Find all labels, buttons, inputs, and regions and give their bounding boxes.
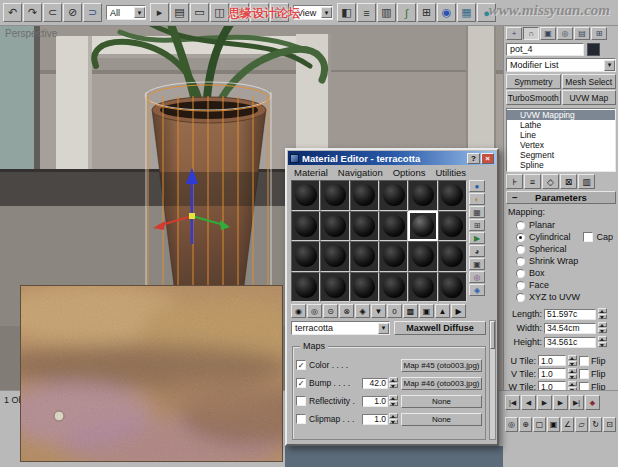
align-icon[interactable]: ≡ — [357, 3, 376, 22]
video-color-check-icon[interactable]: ▶ — [469, 232, 485, 244]
undo-icon[interactable]: ↶ — [3, 3, 22, 22]
modifier-stack-item[interactable]: Line — [507, 130, 615, 140]
mapping-radio-row[interactable]: Shrink Wrap — [506, 255, 616, 267]
selection-filter-dropdown[interactable]: All ▾ — [106, 5, 146, 20]
curve-editor-icon[interactable]: ∫ — [397, 3, 416, 22]
put-material-icon[interactable]: ◎ — [307, 304, 322, 318]
redo-icon[interactable]: ↷ — [23, 3, 42, 22]
mapping-radio-row[interactable]: Box — [506, 267, 616, 279]
map-amount-field[interactable]: 1.0 — [362, 396, 388, 407]
menu-item[interactable]: Navigation — [333, 167, 388, 178]
material-sample-slot[interactable] — [350, 241, 379, 272]
previous-frame-icon[interactable]: ◀ — [521, 395, 536, 410]
modifier-list-dropdown[interactable]: Modifier List ▾ — [506, 58, 616, 72]
chevron-down-icon[interactable]: ▾ — [134, 7, 145, 18]
material-sample-slot[interactable] — [291, 241, 320, 272]
material-sample-slot[interactable] — [379, 180, 408, 211]
chevron-down-icon[interactable]: ▾ — [378, 323, 389, 334]
chevron-down-icon[interactable]: ▾ — [321, 7, 332, 18]
tab-create[interactable]: + — [506, 27, 522, 40]
zoom-extents-all-icon[interactable]: ▣ — [547, 417, 560, 432]
arc-rotate-icon[interactable]: ↻ — [589, 417, 602, 432]
select-by-material-icon[interactable]: ◎ — [469, 271, 485, 283]
map-slot-button[interactable]: None — [401, 413, 482, 426]
material-sample-slot[interactable] — [320, 241, 349, 272]
show-end-result-icon[interactable]: ▣ — [419, 304, 434, 318]
bind-to-spacewarp-icon[interactable]: ⊃ — [83, 3, 102, 22]
object-name-field[interactable]: pot_4 — [506, 43, 584, 56]
pan-view-icon[interactable]: ▱ — [575, 417, 588, 432]
modifier-button[interactable]: UVW Map — [562, 90, 617, 105]
material-sample-slot[interactable] — [291, 180, 320, 211]
tab-motion[interactable]: ◎ — [557, 27, 573, 40]
chevron-down-icon[interactable]: ▾ — [604, 60, 615, 71]
get-material-icon[interactable]: ◉ — [291, 304, 306, 318]
mapping-radio-row[interactable]: Planar — [506, 219, 616, 231]
material-sample-slot[interactable] — [408, 180, 437, 211]
map-amount-field[interactable]: 1.0 — [362, 414, 388, 425]
reset-map-icon[interactable]: ⊗ — [339, 304, 354, 318]
tab-hierarchy[interactable]: ▣ — [540, 27, 556, 40]
radio-button[interactable] — [516, 269, 525, 278]
mapping-radio-row[interactable]: Face — [506, 279, 616, 291]
map-slot-button[interactable]: None — [401, 395, 482, 408]
scrollbar-thumb[interactable] — [490, 321, 495, 349]
mapping-radio-row[interactable]: XYZ to UVW — [506, 291, 616, 303]
modifier-button[interactable]: Symmetry — [506, 74, 561, 89]
unlink-selection-icon[interactable]: ⊘ — [63, 3, 82, 22]
select-object-icon[interactable]: ▸ — [150, 3, 169, 22]
modifier-button[interactable]: TurboSmooth — [506, 90, 561, 105]
spinner[interactable] — [568, 355, 577, 367]
play-animation-icon[interactable]: ▶ — [537, 395, 552, 410]
zoom-all-icon[interactable]: ⊕ — [519, 417, 532, 432]
material-sample-slot[interactable] — [438, 180, 467, 211]
material-sample-slot[interactable] — [291, 211, 320, 242]
go-to-end-icon[interactable]: ▶| — [569, 395, 584, 410]
material-name-combo[interactable]: terracotta ▾ — [291, 321, 390, 335]
mapping-radio-row[interactable]: Spherical — [506, 243, 616, 255]
assign-material-icon[interactable]: ⊙ — [323, 304, 338, 318]
go-to-start-icon[interactable]: |◀ — [505, 395, 520, 410]
crossing-selection-icon[interactable]: ◫ — [210, 3, 229, 22]
backlight-icon[interactable]: ◐ — [469, 193, 485, 205]
map-enable-checkbox[interactable]: ✓ — [296, 378, 306, 388]
material-editor-titlebar[interactable]: Material Editor - terracotta ?× — [288, 151, 496, 165]
scrollbar[interactable] — [489, 320, 496, 440]
radio-button[interactable] — [516, 245, 525, 254]
map-enable-checkbox[interactable] — [296, 414, 306, 424]
material-editor-icon[interactable]: ◉ — [437, 3, 456, 22]
modifier-stack-item[interactable]: Lathe — [507, 120, 615, 130]
material-sample-slot[interactable] — [350, 180, 379, 211]
options-icon[interactable]: ▣ — [469, 258, 485, 270]
spinner[interactable] — [598, 336, 607, 348]
material-sample-slot[interactable] — [438, 211, 467, 242]
viewport-label[interactable]: Perspective — [5, 28, 57, 39]
menu-item[interactable]: Material — [289, 167, 333, 178]
spinner[interactable] — [598, 322, 607, 334]
layer-manager-icon[interactable]: ▥ — [377, 3, 396, 22]
radio-button[interactable] — [516, 281, 525, 290]
modifier-button[interactable]: Mesh Select — [562, 74, 617, 89]
flip-checkbox[interactable] — [579, 369, 589, 379]
mirror-icon[interactable]: ◧ — [337, 3, 356, 22]
material-sample-slot[interactable] — [379, 211, 408, 242]
show-map-viewport-icon[interactable]: ▩ — [403, 304, 418, 318]
spinner[interactable] — [568, 368, 577, 380]
material-type-button[interactable]: Maxwell Diffuse — [394, 321, 486, 335]
dimension-input[interactable]: 51.597c — [544, 309, 596, 320]
dimension-input[interactable]: 34.54cm — [544, 323, 596, 334]
spinner[interactable] — [598, 308, 607, 320]
modifier-stack-item[interactable]: Vertex — [507, 140, 615, 150]
material-sample-slot[interactable] — [408, 241, 437, 272]
material-sample-slot[interactable] — [350, 211, 379, 242]
radio-button[interactable] — [516, 233, 525, 242]
tab-display[interactable]: ▤ — [574, 27, 590, 40]
min-max-toggle-icon[interactable]: ⊡ — [603, 417, 616, 432]
key-mode-toggle-icon[interactable]: ◆ — [585, 395, 600, 410]
tile-input[interactable]: 1.0 — [538, 355, 566, 366]
make-preview-icon[interactable]: ◕ — [469, 245, 485, 257]
material-map-navigator-icon[interactable]: ◈ — [469, 284, 485, 296]
close-button[interactable]: × — [481, 153, 494, 164]
go-forward-icon[interactable]: ▶ — [451, 304, 466, 318]
configure-modifier-icon[interactable]: ▥ — [578, 174, 595, 189]
